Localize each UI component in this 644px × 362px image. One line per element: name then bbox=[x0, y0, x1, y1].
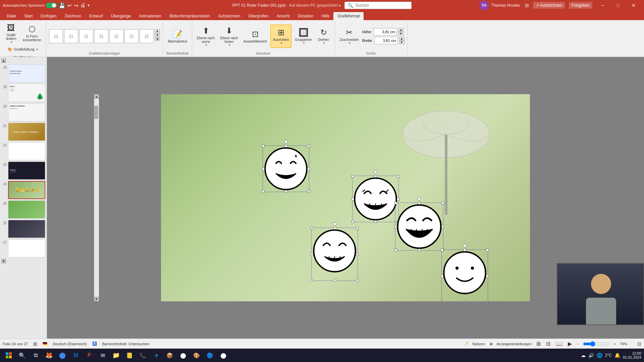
shape-box-1[interactable]: □ bbox=[49, 29, 63, 43]
taskbar-powerpoint-btn[interactable]: P bbox=[83, 349, 95, 361]
emoji2-rotate-handle[interactable] bbox=[374, 170, 377, 174]
tab-datei[interactable]: Datei bbox=[3, 12, 20, 20]
emoji1-handle-tr[interactable] bbox=[307, 145, 310, 147]
width-up[interactable]: ▲ bbox=[399, 37, 405, 41]
emoji5-handle-br[interactable] bbox=[486, 301, 489, 301]
taskbar-search-btn[interactable]: 🔍 bbox=[16, 349, 28, 361]
emoji5-handle-l[interactable] bbox=[441, 275, 443, 278]
emoji1-handle-b[interactable] bbox=[285, 190, 287, 193]
shape-up-btn[interactable]: ▲ bbox=[155, 29, 160, 33]
height-input[interactable] bbox=[373, 28, 397, 36]
tab-grafikformat[interactable]: Grafikformat bbox=[333, 12, 364, 20]
emoji3-handle-t[interactable] bbox=[418, 202, 421, 204]
shape-box-2[interactable]: □ bbox=[64, 29, 78, 43]
taskbar-app4-btn[interactable]: 🔵 bbox=[204, 349, 216, 361]
tab-bildschirmpraeentation[interactable]: Bildschirmpräsentation bbox=[165, 12, 214, 20]
autosave-toggle[interactable] bbox=[46, 3, 57, 8]
emoji3-handle-b[interactable] bbox=[418, 249, 421, 251]
emoji-container-1[interactable] bbox=[263, 146, 309, 191]
emoji2-handle-tr[interactable] bbox=[397, 175, 399, 178]
emoji5-handle-r[interactable] bbox=[486, 275, 489, 278]
search-input[interactable] bbox=[355, 3, 395, 8]
slide-thumb-26[interactable]: 26 bbox=[1, 220, 45, 238]
shape-box-4[interactable]: □ bbox=[94, 29, 108, 43]
slide-thumb-27[interactable]: 27 bbox=[1, 239, 45, 257]
taskbar-notification-bell[interactable]: 🔔 bbox=[614, 353, 620, 358]
slide-thumb-18[interactable]: 18 Schreib niemalsaus dem Kopf ... bbox=[1, 64, 45, 82]
emoji3-handle-l[interactable] bbox=[394, 225, 397, 228]
emoji2-handle-r[interactable] bbox=[397, 198, 399, 200]
emoji1-handle-tl[interactable] bbox=[262, 145, 265, 147]
customize-icon[interactable]: ▾ bbox=[88, 3, 90, 8]
slide-sorter-btn[interactable]: ⊟ bbox=[545, 340, 551, 348]
taskbar-app3-btn[interactable]: 🎨 bbox=[191, 349, 203, 361]
taskbar-app1-btn[interactable]: 📦 bbox=[164, 349, 176, 361]
anzeigeeinstellungen-label[interactable]: Anzeigeeinstellungen bbox=[497, 342, 532, 346]
tab-uebergaenge[interactable]: Übergänge bbox=[107, 12, 135, 20]
ausrichten-button[interactable]: ⊞ Ausrichten ▾ bbox=[270, 24, 291, 48]
taskbar-mail-btn[interactable]: ✉ bbox=[97, 349, 109, 361]
taskbar-start-btn[interactable] bbox=[3, 349, 15, 361]
height-up[interactable]: ▲ bbox=[398, 28, 404, 32]
emoji5-handle-tl[interactable] bbox=[441, 249, 443, 251]
taskbar-viber-btn[interactable]: 📞 bbox=[137, 349, 149, 361]
taskbar-taskview-btn[interactable]: ⧉ bbox=[30, 349, 42, 361]
minimize-button[interactable]: ─ bbox=[595, 0, 610, 11]
emoji4-handle-tl[interactable] bbox=[311, 227, 313, 230]
slideshow-btn[interactable]: ▶ bbox=[567, 340, 573, 348]
emoji3-handle-bl[interactable] bbox=[394, 249, 397, 251]
emoji4-rotate-handle[interactable] bbox=[333, 222, 336, 226]
tab-entwurf[interactable]: Entwurf bbox=[85, 12, 107, 20]
emoji5-handle-bl[interactable] bbox=[441, 301, 443, 301]
zoom-in-btn[interactable]: + bbox=[614, 342, 616, 346]
emoji1-handle-br[interactable] bbox=[307, 190, 310, 193]
taskbar-firefox-btn[interactable]: 🦊 bbox=[43, 349, 55, 361]
slide-scroll-down[interactable]: ▼ bbox=[1, 259, 6, 263]
share-button[interactable]: ↗ Aufzeichnen bbox=[533, 2, 565, 9]
emoji3-handle-r[interactable] bbox=[441, 225, 444, 228]
emoji5-handle-b[interactable] bbox=[464, 301, 466, 301]
save-icon[interactable]: 💾 bbox=[59, 2, 65, 9]
taskbar-app2-btn[interactable]: ⬤ bbox=[177, 349, 189, 361]
vscroll-thumb[interactable] bbox=[94, 106, 98, 119]
taskbar-cloud-icon[interactable]: ☁ bbox=[581, 353, 586, 358]
taskbar-network-icon[interactable]: 🌐 bbox=[597, 353, 602, 358]
vscroll-down[interactable]: ▼ bbox=[94, 297, 99, 301]
in-form-konvertieren-button[interactable]: ⬡ In Formkonvertieren bbox=[21, 21, 43, 45]
taskbar-app5-btn[interactable]: ⬤ bbox=[217, 349, 229, 361]
emoji3-rotate-handle[interactable] bbox=[418, 197, 421, 200]
emoji1-handle-l[interactable] bbox=[262, 168, 265, 170]
slide-thumb-23[interactable]: 23 Objekte auswählen bbox=[1, 162, 45, 180]
taskbar-weather[interactable]: 2°C bbox=[605, 353, 612, 358]
emoji-container-2[interactable] bbox=[353, 176, 398, 222]
slide-canvas[interactable] bbox=[161, 94, 530, 301]
emoji1-handle-bl[interactable] bbox=[262, 190, 265, 193]
reading-view-btn[interactable]: 📖 bbox=[555, 340, 563, 348]
emoji4-handle-b[interactable] bbox=[333, 279, 336, 282]
emoji2-handle-b[interactable] bbox=[374, 220, 377, 223]
notizen-label[interactable]: Notizen bbox=[472, 342, 485, 346]
zoom-out-btn[interactable]: − bbox=[577, 342, 579, 346]
undo-icon[interactable]: ↩ bbox=[67, 2, 72, 9]
slide-thumb-22[interactable]: 22 bbox=[1, 142, 45, 160]
emoji4-handle-tr[interactable] bbox=[356, 227, 359, 230]
close-button[interactable]: ✕ bbox=[626, 0, 641, 11]
vscroll-up[interactable]: ▲ bbox=[94, 94, 99, 99]
emoji4-handle-l[interactable] bbox=[311, 253, 313, 256]
taskbar-volume-icon[interactable]: 🔊 bbox=[588, 353, 594, 358]
tab-einfuegen[interactable]: Einfügen bbox=[37, 12, 60, 20]
emoji1-rotate-handle[interactable] bbox=[284, 140, 288, 143]
tab-aufzeichnen[interactable]: Aufzeichnen bbox=[214, 12, 244, 20]
ebene-vorne-button[interactable]: ⬆ Ebene nachvorne ▾ bbox=[195, 24, 217, 48]
alternativtext-button[interactable]: 📝 Alternativtext bbox=[166, 24, 189, 48]
taskbar-explorer-btn[interactable]: 📁 bbox=[110, 349, 122, 361]
drehen-button[interactable]: ↻ Drehen ▾ bbox=[315, 24, 332, 48]
shape-box-3[interactable]: □ bbox=[79, 29, 93, 43]
zoom-slider[interactable] bbox=[583, 341, 610, 347]
gruppieren-button[interactable]: 🔲 Gruppieren ▾ bbox=[293, 24, 314, 48]
slide-thumb-21[interactable]: 21 They went to Sahara... bbox=[1, 123, 45, 141]
emoji4-handle-t[interactable] bbox=[333, 227, 336, 230]
language-label[interactable]: Deutsch (Österreich) bbox=[53, 342, 87, 346]
emoji5-rotate-handle[interactable] bbox=[463, 244, 467, 247]
tab-zeichnen[interactable]: Zeichnen bbox=[61, 12, 85, 20]
